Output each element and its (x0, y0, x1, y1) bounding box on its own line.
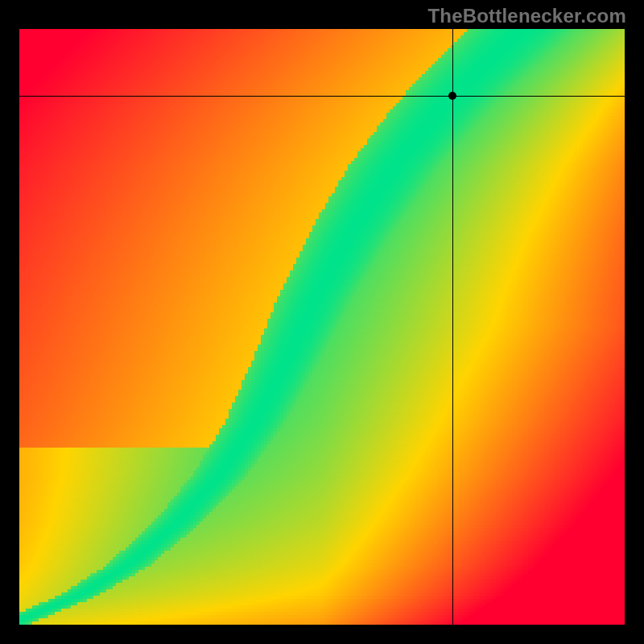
chart-frame: TheBottlenecker.com (0, 0, 644, 644)
heatmap-plot (19, 29, 625, 625)
marker-dot (448, 92, 456, 100)
crosshair-horizontal (19, 96, 625, 97)
heatmap-canvas (19, 29, 625, 625)
crosshair-vertical (452, 29, 453, 625)
watermark-text: TheBottlenecker.com (427, 5, 626, 27)
